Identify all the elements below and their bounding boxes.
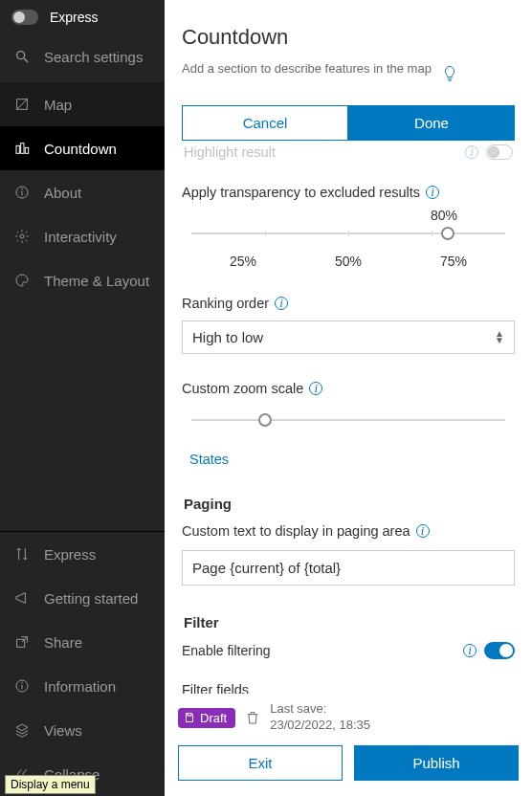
search-icon bbox=[13, 48, 31, 65]
ranking-select[interactable]: High to low ▲▼ bbox=[182, 321, 515, 354]
svg-rect-3 bbox=[16, 145, 19, 153]
svg-point-0 bbox=[17, 52, 25, 59]
tick-75: 75% bbox=[440, 254, 467, 269]
filter-title: Filter bbox=[184, 614, 515, 630]
main-panel: Countdown Add a section to describe feat… bbox=[165, 0, 532, 796]
nav-label: Interactivity bbox=[44, 229, 117, 245]
bottom-express[interactable]: Express bbox=[0, 532, 165, 576]
sidebar-bottom: Express Getting started Share Informatio… bbox=[0, 531, 165, 796]
transparency-value: 80% bbox=[182, 208, 515, 223]
nav-label: Theme & Layout bbox=[44, 273, 149, 289]
svg-rect-5 bbox=[25, 147, 28, 153]
slider-thumb[interactable] bbox=[441, 227, 454, 240]
form-content: Highlight result i Apply transparency to… bbox=[165, 141, 532, 694]
zoom-section: Custom zoom scale i States bbox=[182, 381, 515, 467]
filter-enable-label: Enable filtering bbox=[182, 643, 271, 658]
nav-countdown[interactable]: Countdown bbox=[0, 126, 165, 170]
last-save-value: 23/02/2022, 18:35 bbox=[270, 718, 370, 734]
bottom-views[interactable]: Views bbox=[0, 708, 165, 752]
ranking-section: Ranking order i High to low ▲▼ bbox=[182, 296, 515, 354]
info-icon[interactable]: i bbox=[416, 524, 430, 538]
delete-button[interactable] bbox=[245, 710, 260, 725]
nav-interactivity[interactable]: Interactivity bbox=[0, 214, 165, 258]
sidebar: Express Search settings Map Countdown Ab… bbox=[0, 0, 165, 796]
save-icon bbox=[184, 712, 195, 723]
lightbulb-icon[interactable] bbox=[441, 61, 460, 84]
transparency-label: Apply transparency to excluded results bbox=[182, 185, 420, 200]
last-save-label: Last save: bbox=[270, 701, 370, 718]
megaphone-icon bbox=[13, 589, 31, 607]
countdown-icon bbox=[13, 140, 31, 157]
ranking-value: High to low bbox=[192, 329, 263, 345]
bottom-share[interactable]: Share bbox=[0, 620, 165, 664]
palette-icon bbox=[13, 272, 31, 289]
nav-label: About bbox=[44, 185, 81, 201]
publish-button[interactable]: Publish bbox=[354, 745, 519, 781]
swap-icon bbox=[13, 545, 31, 563]
states-link[interactable]: States bbox=[182, 452, 515, 467]
nav-about[interactable]: About bbox=[0, 170, 165, 214]
draft-badge: Draft bbox=[178, 708, 235, 728]
footer: Draft Last save: 23/02/2022, 18:35 Exit … bbox=[165, 694, 532, 796]
transparency-slider[interactable] bbox=[182, 225, 515, 252]
paging-desc: Custom text to display in paging area bbox=[182, 523, 410, 539]
page-title: Countdown bbox=[182, 25, 515, 50]
bottom-label: Getting started bbox=[44, 590, 138, 607]
info-icon[interactable]: i bbox=[465, 145, 478, 159]
search-placeholder: Search settings bbox=[44, 49, 143, 65]
nav-label: Countdown bbox=[44, 141, 117, 157]
nav-map[interactable]: Map bbox=[0, 82, 165, 126]
svg-rect-14 bbox=[188, 714, 191, 717]
search-settings[interactable]: Search settings bbox=[0, 34, 165, 82]
svg-point-13 bbox=[22, 682, 23, 683]
panel-header: Countdown Add a section to describe feat… bbox=[165, 0, 532, 90]
exit-button[interactable]: Exit bbox=[178, 745, 343, 781]
highlight-result-row: Highlight result i bbox=[182, 141, 515, 162]
express-toggle[interactable] bbox=[11, 10, 38, 25]
zoom-label: Custom zoom scale bbox=[182, 381, 303, 396]
draft-badge-label: Draft bbox=[200, 711, 227, 725]
done-button[interactable]: Done bbox=[348, 105, 515, 141]
draft-row: Draft Last save: 23/02/2022, 18:35 bbox=[178, 701, 519, 734]
info-icon[interactable]: i bbox=[275, 297, 288, 310]
tick-25: 25% bbox=[230, 254, 256, 269]
tick-50: 50% bbox=[335, 254, 362, 269]
page-description: Add a section to describe features in th… bbox=[182, 61, 432, 76]
express-mode-row: Express bbox=[0, 0, 165, 34]
tooltip: Display a menu bbox=[5, 775, 96, 794]
bottom-label: Views bbox=[44, 722, 82, 739]
info-icon[interactable]: i bbox=[463, 644, 477, 657]
bottom-label: Information bbox=[44, 678, 116, 695]
info-icon[interactable]: i bbox=[426, 186, 439, 199]
cancel-button[interactable]: Cancel bbox=[182, 105, 348, 141]
layers-icon bbox=[13, 721, 31, 739]
zoom-slider[interactable] bbox=[182, 411, 515, 438]
bottom-label: Share bbox=[44, 634, 82, 651]
filter-toggle[interactable] bbox=[484, 642, 515, 659]
ranking-label: Ranking order bbox=[182, 296, 269, 311]
map-icon bbox=[13, 96, 31, 113]
enable-filter-row: Enable filtering i bbox=[182, 642, 515, 659]
filter-fields-label: Filter fields bbox=[182, 682, 249, 694]
info-icon bbox=[13, 677, 31, 695]
action-bar: Cancel Done bbox=[182, 105, 515, 141]
paging-input[interactable] bbox=[182, 550, 515, 586]
slider-thumb[interactable] bbox=[258, 413, 272, 427]
tick-labels: 25% 50% 75% bbox=[182, 254, 515, 269]
nav-theme[interactable]: Theme & Layout bbox=[0, 258, 165, 302]
bottom-information[interactable]: Information bbox=[0, 664, 165, 708]
info-icon[interactable]: i bbox=[309, 382, 322, 395]
bottom-label: Express bbox=[44, 546, 96, 563]
svg-point-8 bbox=[22, 188, 23, 189]
svg-rect-4 bbox=[21, 144, 24, 154]
express-label: Express bbox=[50, 10, 99, 25]
svg-line-1 bbox=[24, 58, 28, 62]
info-icon bbox=[13, 184, 31, 201]
highlight-label: Highlight result bbox=[184, 144, 276, 160]
transparency-section: Apply transparency to excluded results i… bbox=[182, 185, 515, 269]
save-info: Last save: 23/02/2022, 18:35 bbox=[270, 701, 370, 734]
highlight-toggle[interactable] bbox=[486, 144, 513, 160]
paging-title: Paging bbox=[184, 496, 515, 512]
caret-icon: ▲▼ bbox=[495, 331, 504, 343]
bottom-getting-started[interactable]: Getting started bbox=[0, 576, 165, 620]
